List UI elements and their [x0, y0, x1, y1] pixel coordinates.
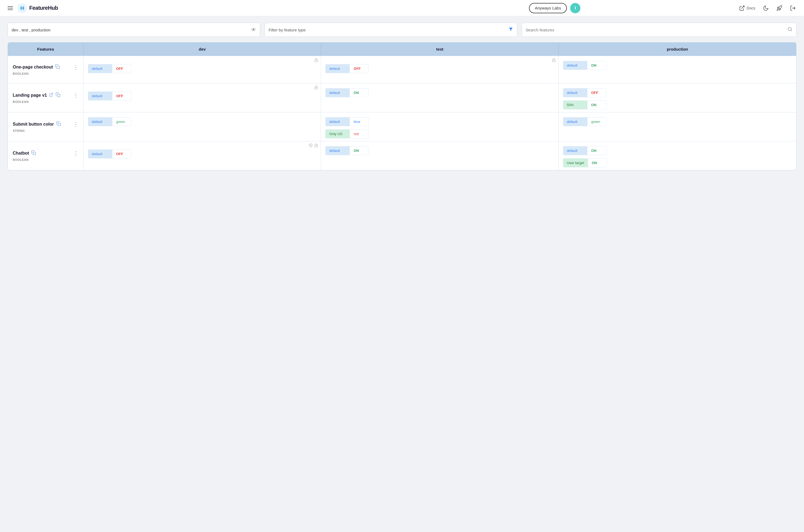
external-link-icon [739, 5, 745, 11]
env-production-cell: default ON User target ON [559, 141, 796, 170]
val-key: default [325, 88, 350, 97]
value-row: default OFF [563, 88, 792, 97]
env-dev-cell: default OFF [84, 83, 321, 112]
feature-name: Landing page v1 [13, 93, 47, 98]
value-row: default ON [563, 61, 792, 70]
search-text-input[interactable] [526, 27, 785, 32]
env-filter-input[interactable]: 👁 [7, 23, 260, 37]
val-key: default [325, 117, 350, 126]
table-row: One-page checkout ⋮ BOOLEAN default OFF [8, 56, 796, 83]
copy-icon[interactable] [56, 121, 61, 127]
copy-icon[interactable] [31, 150, 36, 156]
moon-icon [763, 5, 769, 11]
lock-icon [314, 58, 318, 62]
env-production-cell: default green [559, 112, 796, 141]
value-row: default OFF [88, 149, 317, 158]
lock-icon [314, 86, 318, 89]
val-key: default [325, 146, 350, 155]
more-options-icon[interactable]: ⋮ [73, 92, 78, 98]
type-filter-label: Filter by feature type [269, 27, 505, 32]
val-value: OFF [112, 149, 131, 158]
table-row: Chatbot ⋮ BOOLEAN default OFF [8, 141, 796, 170]
env-test-cell: default blue Only US red [321, 112, 558, 141]
env-test-cell: default ON [321, 141, 558, 170]
env-dev-cell: default OFF [84, 141, 321, 170]
th-production: production [559, 42, 796, 56]
logo-text: FeatureHub [29, 5, 58, 11]
feature-name-cell: Landing page v1 ⋮ BOOLEAN [8, 83, 84, 112]
val-key: default [563, 146, 588, 155]
logo: FeatureHub [17, 3, 58, 13]
docs-link-button[interactable]: Docs [738, 4, 757, 12]
value-row: default OFF [88, 64, 317, 73]
logout-icon [790, 5, 796, 11]
val-value: ON [588, 158, 607, 167]
more-options-icon[interactable]: ⋮ [73, 121, 78, 128]
value-row: default ON [325, 146, 554, 155]
val-key: default [88, 64, 112, 73]
val-value: ON [588, 61, 606, 70]
feature-name-row: One-page checkout ⋮ [13, 64, 78, 70]
svg-rect-5 [57, 94, 60, 97]
value-row-extra: 50% ON [563, 100, 792, 109]
search-icon [787, 27, 792, 33]
cell-top-icons [314, 58, 318, 62]
val-value: blue [350, 117, 369, 126]
val-key-highlight: User target [563, 158, 588, 167]
main-content: 👁 Filter by feature type Features dev te… [0, 16, 804, 177]
lock-icon [314, 144, 318, 147]
feature-type: BOOLEAN [13, 72, 78, 75]
val-value: OFF [588, 88, 606, 97]
more-options-icon[interactable]: ⋮ [73, 64, 78, 70]
value-row: default ON [325, 88, 554, 97]
feature-type: BOOLEAN [13, 100, 78, 103]
val-value: red [350, 129, 369, 138]
feature-name: Submit button color [13, 122, 54, 127]
feature-name-cell: Chatbot ⋮ BOOLEAN [8, 141, 84, 170]
svg-rect-11 [315, 145, 318, 147]
logout-button[interactable] [788, 4, 798, 12]
val-value: ON [350, 146, 369, 155]
rocket-button[interactable] [775, 4, 784, 12]
cell-top-icons [552, 58, 556, 62]
type-filter-input[interactable]: Filter by feature type [265, 23, 517, 37]
header-center: Anyways Labs I [372, 3, 738, 13]
svg-rect-6 [315, 87, 318, 89]
copy-icon[interactable] [56, 92, 60, 98]
logo-icon [17, 3, 27, 13]
val-value: ON [350, 88, 369, 97]
env-production-cell: default ON [559, 56, 796, 83]
menu-icon[interactable] [6, 5, 14, 11]
avatar[interactable]: I [570, 3, 580, 13]
docs-label: Docs [747, 6, 755, 10]
app-header: FeatureHub Anyways Labs I Docs [0, 0, 804, 16]
copy-icon[interactable] [55, 64, 60, 70]
val-key: default [563, 61, 588, 70]
feature-table: Features dev test production One-page ch… [7, 42, 797, 170]
svg-rect-4 [552, 60, 555, 61]
value-row: default ON [563, 146, 792, 155]
feature-name-row: Submit button color ⋮ [13, 121, 78, 128]
val-key: default [88, 149, 112, 158]
val-value: OFF [112, 92, 131, 100]
th-dev: dev [84, 42, 321, 56]
search-filter-input[interactable] [522, 23, 797, 37]
svg-rect-7 [58, 123, 61, 126]
env-text-input[interactable] [12, 27, 249, 32]
val-key: default [88, 92, 112, 100]
lock-icon [552, 58, 556, 62]
feature-type: STRING [13, 129, 78, 132]
val-value: green [112, 117, 131, 126]
svg-rect-8 [33, 152, 36, 155]
cell-top-icons [309, 144, 318, 147]
env-production-cell: default OFF 50% ON [559, 83, 796, 112]
feature-name: One-page checkout [13, 65, 53, 70]
dark-mode-button[interactable] [761, 4, 770, 12]
more-options-icon[interactable]: ⋮ [73, 150, 78, 156]
val-key-highlight: 50% [563, 100, 588, 109]
val-key: default [563, 88, 588, 97]
org-name-button[interactable]: Anyways Labs [529, 3, 567, 13]
feature-name-cell: Submit button color ⋮ STRING [8, 112, 84, 141]
external-link-icon[interactable] [49, 93, 53, 98]
table-row: Submit button color ⋮ STRING default gre… [8, 112, 796, 141]
